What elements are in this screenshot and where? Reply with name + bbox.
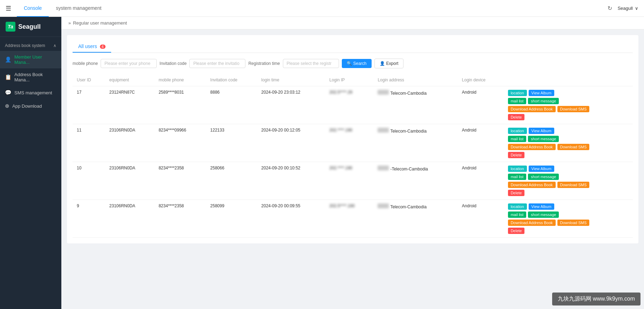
mail-list-button[interactable]: mail list	[508, 211, 527, 218]
download-sms-button[interactable]: Download SMS	[557, 220, 590, 226]
content-card: All users 4 mobile phone Invitation code…	[67, 35, 638, 243]
tab-badge: 4	[100, 45, 106, 49]
download-address-book-button[interactable]: Download Address Book	[508, 144, 556, 150]
sidebar: Ta Seagull Address book system ∧ 👤 Membe…	[0, 17, 61, 309]
address-icon: 📋	[5, 74, 12, 80]
menu-icon[interactable]: ☰	[6, 5, 11, 12]
sidebar-item-sms[interactable]: 💬 SMS management	[0, 86, 61, 99]
invitation-code-input[interactable]	[189, 59, 245, 68]
sms-icon: 💬	[5, 89, 12, 96]
sidebar-item-label: App Download	[12, 103, 42, 109]
cell-user-id: 10	[73, 162, 105, 200]
view-album-button[interactable]: View Album	[529, 166, 554, 172]
registration-time-label: Registration time	[248, 61, 280, 66]
breadcrumb: » Regular user management	[61, 17, 644, 29]
mobile-phone-label: mobile phone	[73, 61, 98, 66]
collapse-icon: ∧	[53, 43, 56, 48]
delete-button[interactable]: Delete	[508, 152, 525, 158]
download-sms-button[interactable]: Download SMS	[557, 144, 590, 150]
sidebar-section: Address book system ∧ 👤 Member User Mana…	[0, 37, 61, 116]
cell-login-device: Android	[458, 124, 504, 162]
cell-login-address: -Telecom-Cambodia	[373, 162, 457, 200]
location-button[interactable]: location	[508, 90, 527, 96]
col-login-address: Login address	[373, 74, 457, 86]
table-row: 10 23106RN0DA 8234****2358 258066 2024-0…	[73, 162, 633, 200]
export-button[interactable]: 👤 Export	[374, 59, 404, 68]
sidebar-item-address[interactable]: 📋 Address Book Mana...	[0, 68, 61, 86]
cell-actions: location View Album mail list short mess…	[504, 124, 633, 162]
download-sms-button[interactable]: Download SMS	[557, 182, 590, 188]
tab-console[interactable]: Console	[17, 0, 49, 17]
export-icon: 👤	[380, 61, 385, 66]
view-album-button[interactable]: View Album	[529, 128, 554, 134]
location-button[interactable]: location	[508, 166, 527, 172]
top-nav: ☰ Console system management ↻ Seagull ∨	[0, 0, 644, 17]
short-message-button[interactable]: short message	[528, 136, 559, 142]
cell-login-ip: 202.****.190	[325, 162, 374, 200]
sidebar-section-header[interactable]: Address book system ∧	[0, 40, 61, 51]
download-sms-button[interactable]: Download SMS	[557, 106, 590, 112]
registration-time-input[interactable]	[283, 59, 339, 68]
cell-login-device: Android	[458, 86, 504, 124]
mobile-phone-input[interactable]	[101, 59, 157, 68]
col-login-time: login time	[257, 74, 325, 86]
download-address-book-button[interactable]: Download Address Book	[508, 220, 556, 226]
mail-list-button[interactable]: mail list	[508, 98, 527, 104]
sidebar-item-label: Address Book Mana...	[14, 72, 56, 82]
cell-login-ip: 202.5****.190	[325, 200, 374, 238]
view-album-button[interactable]: View Album	[529, 90, 554, 96]
cell-user-id: 11	[73, 124, 105, 162]
view-album-button[interactable]: View Album	[529, 203, 554, 210]
cell-actions: location View Album mail list short mess…	[504, 200, 633, 238]
location-button[interactable]: location	[508, 203, 527, 210]
table-header-row: User ID equipment mobile phone Invitatio…	[73, 74, 633, 86]
main-content: » Regular user management All users 4 mo…	[61, 17, 644, 309]
cell-actions: location View Album mail list short mess…	[504, 86, 633, 124]
col-mobile-phone: mobile phone	[154, 74, 206, 86]
cell-equipment: 23106RN0DA	[105, 124, 155, 162]
username: Seagull	[618, 6, 633, 11]
sidebar-item-member[interactable]: 👤 Member User Mana...	[0, 51, 61, 68]
cell-login-time: 2024-09-20 00:12:05	[257, 124, 325, 162]
cell-mobile-phone: 8234****2358	[154, 162, 206, 200]
cell-login-ip: 202.****.190	[325, 124, 374, 162]
cell-mobile-phone: 8234****2358	[154, 200, 206, 238]
cell-login-address: Telecom-Cambodia	[373, 124, 457, 162]
short-message-button[interactable]: short message	[528, 98, 559, 104]
download-address-book-button[interactable]: Download Address Book	[508, 182, 556, 188]
table-row: 11 23106RN0DA 8234****09966 122133 2024-…	[73, 124, 633, 162]
delete-button[interactable]: Delete	[508, 228, 525, 234]
table-row: 17 23124RN87C 2589****8031 8886 2024-09-…	[73, 86, 633, 124]
short-message-button[interactable]: short message	[528, 211, 559, 218]
user-menu[interactable]: Seagull ∨	[618, 6, 638, 11]
col-login-device: Login device	[458, 74, 504, 86]
search-icon: 🔍	[347, 61, 352, 66]
delete-button[interactable]: Delete	[508, 114, 525, 120]
download-address-book-button[interactable]: Download Address Book	[508, 106, 556, 112]
cell-mobile-phone: 8234****09966	[154, 124, 206, 162]
tab-all-users[interactable]: All users 4	[73, 41, 111, 53]
data-table: User ID equipment mobile phone Invitatio…	[73, 74, 633, 238]
cell-equipment: 23106RN0DA	[105, 200, 155, 238]
mail-list-button[interactable]: mail list	[508, 136, 527, 142]
location-button[interactable]: location	[508, 128, 527, 134]
cell-invitation-code: 258066	[206, 162, 257, 200]
delete-button[interactable]: Delete	[508, 190, 525, 196]
cell-user-id: 17	[73, 86, 105, 124]
cell-login-time: 2024-09-20 00:09:55	[257, 200, 325, 238]
tab-system[interactable]: system management	[49, 0, 108, 17]
search-button[interactable]: 🔍 Search	[342, 59, 372, 68]
refresh-icon[interactable]: ↻	[608, 5, 612, 12]
sidebar-item-appdownload[interactable]: ⊕ App Download	[0, 99, 61, 113]
cell-invitation-code: 122133	[206, 124, 257, 162]
cell-equipment: 23106RN0DA	[105, 162, 155, 200]
cell-login-device: Android	[458, 162, 504, 200]
mail-list-button[interactable]: mail list	[508, 174, 527, 180]
col-invitation-code: Invitation code	[206, 74, 257, 86]
tab-label: All users	[78, 43, 97, 49]
short-message-button[interactable]: short message	[528, 174, 559, 180]
breadcrumb-arrow: »	[68, 20, 71, 26]
cell-login-ip: 202.5****.29	[325, 86, 374, 124]
cell-login-device: Android	[458, 200, 504, 238]
cell-actions: location View Album mail list short mess…	[504, 162, 633, 200]
